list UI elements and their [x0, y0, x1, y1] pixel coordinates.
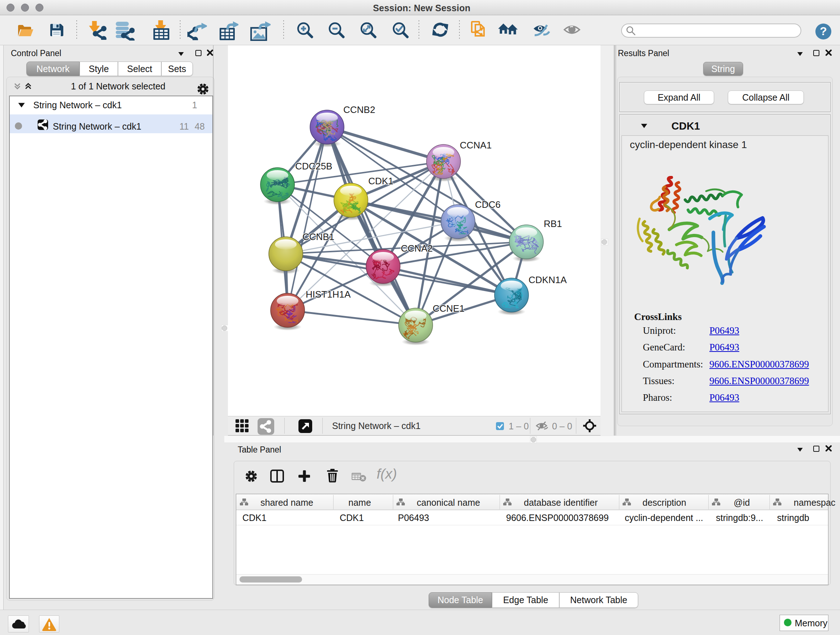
svg-text:CDK1: CDK1	[368, 176, 393, 187]
svg-text:CDC6: CDC6	[475, 199, 501, 210]
svg-text:CCNB2: CCNB2	[343, 104, 375, 115]
svg-text:CCNA1: CCNA1	[460, 140, 492, 150]
svg-text:HIST1H1A: HIST1H1A	[306, 289, 351, 300]
svg-text:CCNB1: CCNB1	[302, 231, 334, 242]
svg-text:CDC25B: CDC25B	[295, 161, 332, 172]
svg-text:CDKN1A: CDKN1A	[529, 274, 567, 285]
svg-text:CCNE1: CCNE1	[433, 303, 464, 314]
svg-text:?: ?	[820, 25, 827, 38]
svg-text:RB1: RB1	[544, 218, 562, 229]
svg-text:CCNA2: CCNA2	[401, 243, 433, 254]
